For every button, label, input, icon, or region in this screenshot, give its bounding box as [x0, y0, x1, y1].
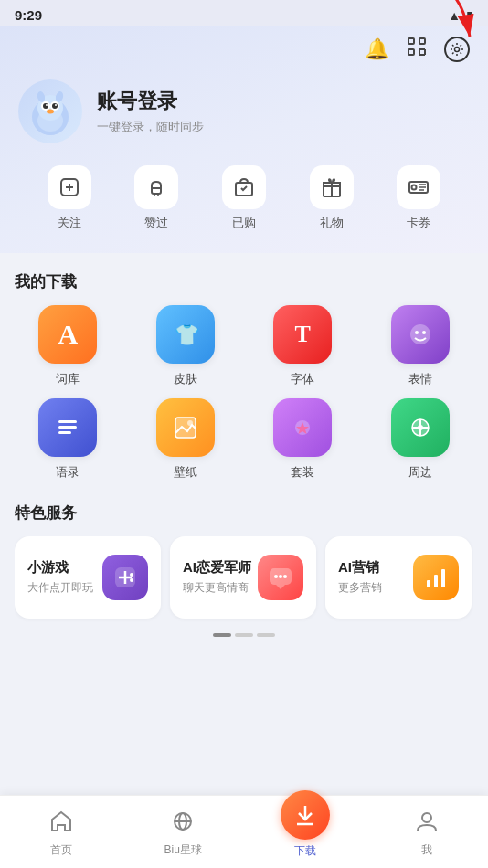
grid-item-ziti[interactable]: T 字体 — [249, 305, 356, 387]
biaoqing-icon — [391, 305, 450, 364]
svg-rect-39 — [58, 426, 77, 429]
svg-rect-57 — [427, 580, 430, 587]
svg-point-36 — [415, 331, 419, 334]
grid-item-bizhi[interactable]: 壁纸 — [133, 398, 239, 481]
profile-icon — [415, 810, 439, 839]
battery-icon: ▮ — [466, 8, 473, 23]
coupon-icon-box — [397, 165, 440, 209]
nav-profile[interactable]: 我 — [366, 806, 489, 858]
service-game-title: 小游戏 — [27, 559, 93, 577]
svg-text:👕: 👕 — [175, 323, 200, 347]
svg-point-7 — [455, 48, 460, 52]
status-time: 9:29 — [15, 7, 42, 23]
svg-point-18 — [47, 110, 54, 114]
ciku-label: 词库 — [56, 371, 80, 387]
service-ai-marketing-text: AI营销 更多营销 — [338, 559, 382, 596]
notification-icon[interactable]: 🔔 — [365, 37, 389, 61]
svg-point-35 — [410, 324, 430, 344]
svg-rect-59 — [441, 569, 445, 587]
pifu-label: 皮肤 — [174, 371, 197, 387]
ciku-icon: A — [38, 305, 97, 364]
service-ai-love-sub: 聊天更高情商 — [183, 580, 251, 596]
nav-download-label: 下载 — [294, 843, 316, 859]
scroll-dot-1 — [213, 633, 231, 637]
avatar[interactable] — [18, 79, 82, 143]
services-row[interactable]: 小游戏 大作点开即玩 AI恋爱军师 聊天更高情商 — [15, 536, 473, 626]
purchased-icon-box — [222, 165, 266, 209]
action-gift[interactable]: 礼物 — [310, 165, 354, 231]
svg-rect-0 — [408, 38, 414, 44]
zhoubian-icon — [391, 398, 450, 457]
svg-rect-2 — [408, 49, 414, 55]
nav-profile-label: 我 — [421, 842, 432, 858]
service-game-text: 小游戏 大作点开即玩 — [27, 559, 93, 596]
grid-item-pifu[interactable]: 👕 皮肤 — [133, 305, 239, 387]
service-ai-marketing[interactable]: AI营销 更多营销 — [325, 536, 472, 619]
svg-point-42 — [187, 420, 193, 426]
biaoqing-label: 表情 — [408, 371, 432, 387]
profile-info: 账号登录 一键登录，随时同步 — [97, 88, 204, 135]
settings-icon[interactable] — [444, 37, 470, 62]
nav-home[interactable]: 首页 — [0, 806, 122, 858]
grid-item-taozhuang[interactable]: 套装 — [249, 398, 356, 481]
profile-row: 账号登录 一键登录，随时同步 — [18, 79, 470, 143]
grid-item-biaoqing[interactable]: 表情 — [367, 305, 474, 387]
action-follow[interactable]: 关注 — [48, 165, 91, 231]
grid-item-ciku[interactable]: A 词库 — [15, 305, 122, 387]
gift-icon-box — [310, 165, 354, 209]
service-ai-love-icon — [258, 555, 303, 600]
services-section: 特色服务 小游戏 大作点开即玩 — [15, 503, 473, 637]
action-coupon[interactable]: 卡券 — [397, 165, 440, 231]
nav-biu-label: Biu星球 — [164, 842, 202, 858]
zhoubian-label: 周边 — [408, 464, 432, 481]
yulu-icon — [38, 398, 97, 457]
grid-item-zhoubian[interactable]: 周边 — [367, 398, 474, 481]
header: 🔔 — [0, 26, 488, 253]
profile-name: 账号登录 — [97, 88, 204, 115]
ziti-label: 字体 — [291, 371, 314, 387]
scroll-dot-3 — [257, 633, 275, 637]
service-ai-love[interactable]: AI恋爱军师 聊天更高情商 — [170, 536, 316, 619]
action-liked-label: 赞过 — [144, 215, 168, 231]
svg-point-47 — [418, 425, 423, 430]
bizhi-icon — [156, 398, 215, 457]
profile-sub: 一键登录，随时同步 — [97, 119, 204, 135]
nav-home-label: 首页 — [50, 842, 72, 858]
service-ai-marketing-title: AI营销 — [338, 559, 382, 577]
action-gift-label: 礼物 — [320, 215, 344, 231]
svg-point-56 — [283, 575, 287, 578]
svg-point-54 — [274, 575, 278, 578]
biu-icon — [171, 810, 195, 839]
svg-rect-58 — [434, 575, 438, 587]
actions-row: 关注 赞过 已购 — [18, 165, 470, 231]
taozhuang-label: 套装 — [291, 464, 314, 481]
svg-point-37 — [422, 331, 426, 334]
nav-biu[interactable]: Biu星球 — [122, 806, 245, 858]
yulu-label: 语录 — [56, 464, 80, 481]
status-bar: 9:29 ▲ ▮ — [0, 0, 488, 26]
svg-point-51 — [130, 573, 133, 577]
action-purchased[interactable]: 已购 — [222, 165, 266, 231]
downloads-title: 我的下载 — [15, 271, 473, 292]
service-game-icon — [102, 555, 148, 600]
service-game[interactable]: 小游戏 大作点开即玩 — [15, 536, 161, 619]
svg-point-15 — [52, 103, 58, 109]
follow-icon-box — [48, 165, 91, 209]
action-purchased-label: 已购 — [232, 215, 256, 231]
svg-point-55 — [279, 575, 282, 578]
svg-rect-41 — [175, 418, 196, 438]
grid-item-yulu[interactable]: 语录 — [15, 398, 122, 481]
nav-download[interactable]: 下载 — [244, 805, 366, 859]
action-liked[interactable]: 赞过 — [134, 165, 178, 231]
download-center-icon — [281, 790, 330, 840]
service-ai-marketing-sub: 更多营销 — [338, 580, 382, 596]
svg-rect-40 — [58, 431, 71, 434]
home-icon — [49, 810, 73, 839]
svg-point-14 — [43, 103, 48, 109]
bizhi-label: 壁纸 — [174, 464, 197, 481]
status-icons: ▲ ▮ — [448, 8, 473, 23]
ziti-icon: T — [273, 305, 332, 364]
svg-point-52 — [130, 578, 133, 582]
svg-point-65 — [422, 813, 431, 822]
scan-icon[interactable] — [406, 36, 428, 63]
